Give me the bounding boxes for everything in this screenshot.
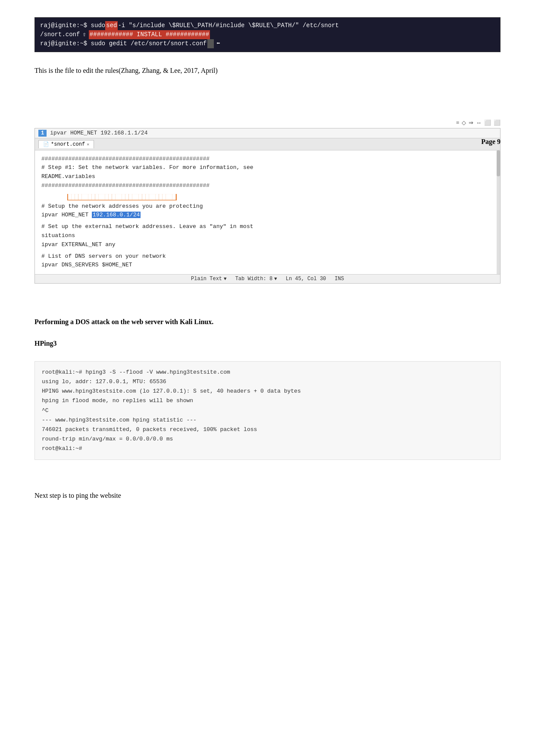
hping3-line-4: hping in flood mode, no replies will be … bbox=[42, 396, 493, 406]
editor-line-comments1: ########################################… bbox=[41, 155, 494, 164]
page-number: Page 9 bbox=[481, 138, 501, 146]
status-ins: INS bbox=[335, 276, 344, 282]
hping3-line-1: root@kali:~# hping3 -S --flood -V www.hp… bbox=[42, 368, 493, 377]
editor-line-situations: situations bbox=[41, 231, 494, 241]
editor-line-bar: 1 ipvar HOME_NET 192.168.1.1/24 bbox=[35, 128, 500, 138]
dos-section-heading: Performing a DOS attack on the web serve… bbox=[34, 318, 501, 326]
position-label: Ln 45, Col 30 bbox=[286, 276, 326, 282]
editor-line-dns: ipvar DNS_SERVERS $HOME_NET bbox=[41, 261, 494, 270]
terminal-line-3: raj@ignite:~$ sudo gedit /etc/snort/snor… bbox=[40, 39, 495, 48]
editor-line-external: # Set up the external network addresses.… bbox=[41, 222, 494, 231]
terminal-highlight-text: ############ INSTALL ############ bbox=[89, 30, 210, 39]
editor-content: ########################################… bbox=[35, 150, 500, 275]
terminal-cursor bbox=[207, 39, 213, 48]
editor-line-orange-highlight: ████████████████████████████████ bbox=[41, 193, 494, 202]
toolbar-icon-box2[interactable]: ⬜ bbox=[494, 119, 501, 126]
ins-label: INS bbox=[335, 276, 344, 282]
tab-label: *snort.conf bbox=[51, 141, 85, 147]
enter-icon: ⬅ bbox=[216, 39, 220, 48]
terminal-line-2: /snort.conf ⇧ ############ INSTALL #####… bbox=[40, 30, 495, 39]
ipvar-value-highlight: 192.168.0.1/24 bbox=[92, 212, 141, 218]
toolbar-icon-diamond[interactable]: ◇ bbox=[462, 119, 466, 126]
body-text: This is the file to edit the rules(Zhang… bbox=[34, 65, 501, 76]
editor-line-ipvar: ipvar HOME_NET 192.168.0.1/24 bbox=[41, 211, 494, 220]
editor-line-dns-comment: # List of DNS servers on your network bbox=[41, 252, 494, 261]
hping3-line-8: round-trip min/avg/max = 0.0/0.0/0.0 ms bbox=[42, 434, 493, 444]
editor-scrollbar[interactable] bbox=[497, 150, 500, 275]
editor-line-step1: # Step #1: Set the network variables. Fo… bbox=[41, 163, 494, 172]
editor-toolbar: ≡ ◇ ⇒ ↔ ⬜ ⬜ bbox=[34, 119, 501, 126]
tab-width-dropdown[interactable]: ▼ bbox=[274, 276, 277, 281]
plain-text-label: Plain Text bbox=[191, 276, 222, 282]
editor-line-ext-net: ipvar EXTERNAL_NET any bbox=[41, 241, 494, 250]
status-position: Ln 45, Col 30 bbox=[286, 276, 326, 282]
footer-text: Next step is to ping the website bbox=[34, 490, 501, 501]
page-container: raj@ignite:~$ sudo sed -i "s/include \$R… bbox=[0, 0, 535, 756]
line-bar-text: ipvar HOME_NET 192.168.1.1/24 bbox=[50, 130, 147, 136]
orange-highlight-text: ████████████████████████████████ bbox=[67, 194, 177, 200]
terminal-snort-conf: /snort.conf bbox=[40, 30, 80, 39]
hping3-line-9: root@kali:~# bbox=[42, 444, 493, 453]
arrow-up-icon: ⇧ bbox=[82, 30, 86, 39]
toolbar-icon-lines[interactable]: ≡ bbox=[456, 119, 459, 126]
file-icon: 📄 bbox=[43, 141, 49, 147]
spacer-before-footer bbox=[34, 473, 501, 490]
plain-text-dropdown[interactable]: ▼ bbox=[224, 276, 227, 281]
terminal-gedit-cmd: raj@ignite:~$ sudo gedit /etc/snort/snor… bbox=[40, 39, 206, 48]
editor-tab-bar: 📄 *snort.conf ✕ bbox=[35, 138, 500, 150]
hping3-line-7: 746021 packets transmitted, 0 packets re… bbox=[42, 425, 493, 434]
terminal-line-1: raj@ignite:~$ sudo sed -i "s/include \$R… bbox=[40, 21, 495, 30]
hping3-line-5: ^C bbox=[42, 406, 493, 415]
hping3-subheading: HPing3 bbox=[34, 340, 501, 347]
toolbar-icon-sync[interactable]: ↔ bbox=[476, 119, 482, 126]
editor-line-comments2: ########################################… bbox=[41, 181, 494, 191]
status-plain-text[interactable]: Plain Text ▼ bbox=[191, 276, 227, 282]
code-editor: 1 ipvar HOME_NET 192.168.1.1/24 📄 *snort… bbox=[34, 128, 501, 284]
editor-line-readme: README.variables bbox=[41, 172, 494, 181]
hping3-line-3: HPING www.hping3testsite.com (lo 127.0.0… bbox=[42, 387, 493, 396]
spacer-before-code bbox=[34, 353, 501, 361]
tab-width-label: Tab Width: 8 bbox=[235, 276, 272, 282]
terminal-cmd-part2: -i "s/include \$RULE\_PATH/#include \$RU… bbox=[118, 21, 338, 30]
terminal-cmd-part1: raj@ignite:~$ sudo bbox=[40, 21, 105, 30]
hping3-code-block: root@kali:~# hping3 -S --flood -V www.hp… bbox=[34, 361, 501, 460]
spacer-before-hping bbox=[34, 331, 501, 340]
hping3-line-6: --- www.hping3testsite.com hping statist… bbox=[42, 415, 493, 425]
terminal-sed-highlight: sed bbox=[105, 21, 118, 30]
editor-line-setup: # Setup the network addresses you are pr… bbox=[41, 202, 494, 211]
toolbar-icon-arrow[interactable]: ⇒ bbox=[469, 119, 473, 126]
editor-tab-snort[interactable]: 📄 *snort.conf ✕ bbox=[38, 140, 94, 148]
toolbar-icon-box1[interactable]: ⬜ bbox=[484, 119, 491, 126]
terminal-block: raj@ignite:~$ sudo sed -i "s/include \$R… bbox=[34, 17, 501, 52]
line-number: 1 bbox=[38, 130, 47, 137]
status-tab-width[interactable]: Tab Width: 8 ▼ bbox=[235, 276, 277, 282]
tab-close-button[interactable]: ✕ bbox=[87, 142, 89, 147]
editor-scroll-area[interactable]: ########################################… bbox=[35, 150, 500, 275]
editor-scroll-thumb[interactable] bbox=[497, 150, 500, 176]
editor-status-bar: Plain Text ▼ Tab Width: 8 ▼ Ln 45, Col 3… bbox=[35, 274, 500, 283]
hping3-line-2: using lo, addr: 127.0.0.1, MTU: 65536 bbox=[42, 377, 493, 387]
